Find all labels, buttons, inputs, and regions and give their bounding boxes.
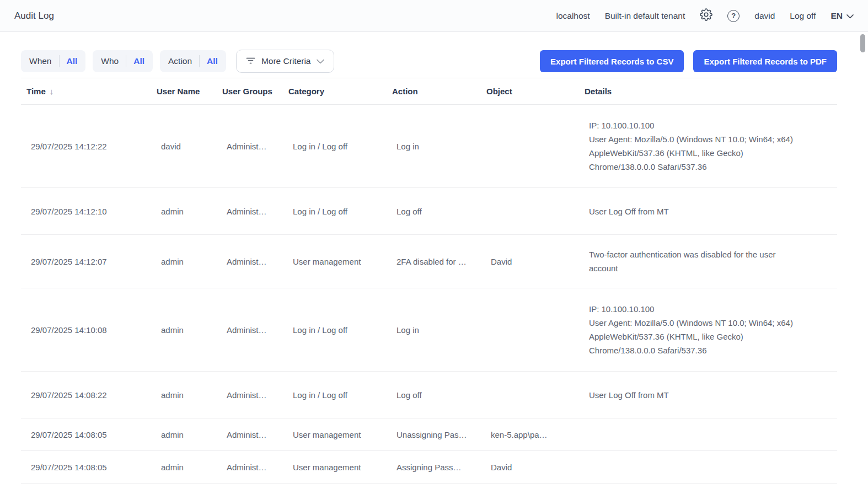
cell-time: 29/07/2025 14:08:05 <box>26 429 157 441</box>
chip-divider <box>126 55 126 67</box>
cell-details: User Log Off from MT <box>585 205 837 218</box>
cell-user-name: david <box>157 141 222 152</box>
filter-value[interactable]: All <box>67 56 78 66</box>
column-header-time[interactable]: Time ↓ <box>26 87 157 96</box>
cell-action: Assigning Pass… <box>392 461 486 473</box>
cell-time: 29/07/2025 14:10:08 <box>26 324 157 336</box>
cell-object: David <box>486 461 585 473</box>
cell-time: 29/07/2025 14:08:22 <box>26 389 157 401</box>
column-header-category[interactable]: Category <box>288 87 392 96</box>
chip-divider <box>199 55 200 67</box>
host-label: localhost <box>556 11 590 21</box>
export-pdf-button[interactable]: Export Filtered Records to PDF <box>693 50 837 72</box>
cell-time: 29/07/2025 14:12:10 <box>26 206 157 217</box>
cell-user-name: admin <box>157 256 222 267</box>
cell-user-groups: Administ… <box>222 461 288 473</box>
cell-category: Log in / Log off <box>288 389 392 401</box>
cell-user-name: admin <box>157 429 222 441</box>
log-off-button[interactable]: Log off <box>790 11 816 21</box>
cell-time: 29/07/2025 14:12:07 <box>26 256 157 267</box>
audit-log-table: Time ↓ User Name User Groups Category Ac… <box>21 78 837 484</box>
language-selector[interactable]: EN <box>831 11 854 21</box>
cell-action: Log off <box>392 389 486 401</box>
vertical-scrollbar-thumb[interactable] <box>860 34 865 52</box>
cell-user-groups: Administ… <box>222 141 288 152</box>
tenant-label: Built-in default tenant <box>605 11 685 21</box>
filter-toolbar: When All Who All Action All More Criteri… <box>21 50 837 73</box>
filter-label: Action <box>168 56 192 66</box>
sort-descending-icon[interactable]: ↓ <box>50 87 54 96</box>
cell-user-groups: Administ… <box>222 389 288 401</box>
gear-icon <box>700 8 712 23</box>
cell-object: ken-5.app\pa… <box>486 429 585 441</box>
column-header-details[interactable]: Details <box>585 87 837 96</box>
column-header-object[interactable]: Object <box>486 87 585 96</box>
chevron-down-icon <box>317 56 324 66</box>
filter-label: When <box>29 56 52 66</box>
cell-user-groups: Administ… <box>222 324 288 336</box>
filter-icon <box>246 56 255 67</box>
table-row[interactable]: 29/07/2025 14:12:10 admin Administ… Log … <box>21 188 837 235</box>
page-title: Audit Log <box>14 10 54 22</box>
chip-divider <box>59 55 60 67</box>
cell-action: Unassigning Pas… <box>392 429 486 441</box>
cell-category: Log in / Log off <box>288 141 392 152</box>
cell-action: Log in <box>392 324 486 336</box>
column-label: Time <box>26 87 46 96</box>
filter-chip-action[interactable]: Action All <box>160 50 226 72</box>
filter-chip-who[interactable]: Who All <box>93 50 153 72</box>
cell-user-name: admin <box>157 389 222 401</box>
cell-details: User Log Off from MT <box>585 388 837 402</box>
more-criteria-button[interactable]: More Criteria <box>236 50 335 73</box>
filter-value[interactable]: All <box>133 56 144 66</box>
export-csv-button[interactable]: Export Filtered Records to CSV <box>540 50 684 72</box>
table-row[interactable]: 29/07/2025 14:12:07 admin Administ… User… <box>21 235 837 288</box>
cell-action: Log in <box>392 141 486 152</box>
settings-button[interactable] <box>700 8 712 23</box>
column-header-user-groups[interactable]: User Groups <box>222 87 288 96</box>
cell-user-name: admin <box>157 461 222 473</box>
current-user[interactable]: david <box>754 11 775 21</box>
cell-category: User management <box>288 429 392 441</box>
cell-action: 2FA disabled for … <box>392 256 486 267</box>
table-row[interactable]: 29/07/2025 14:08:05 admin Administ… User… <box>21 418 837 451</box>
table-row[interactable]: 29/07/2025 14:12:22 david Administ… Log … <box>21 105 837 188</box>
cell-category: Log in / Log off <box>288 324 392 336</box>
cell-user-groups: Administ… <box>222 256 288 267</box>
table-row[interactable]: 29/07/2025 14:08:05 admin Administ… User… <box>21 451 837 484</box>
topbar-right: localhost Built-in default tenant ? davi… <box>556 8 854 23</box>
cell-details: IP: 10.100.10.100 User Agent: Mozilla/5.… <box>585 302 837 357</box>
more-criteria-label: More Criteria <box>261 56 311 66</box>
column-header-user-name[interactable]: User Name <box>157 87 222 96</box>
table-row[interactable]: 29/07/2025 14:10:08 admin Administ… Log … <box>21 288 837 372</box>
cell-category: Log in / Log off <box>288 206 392 217</box>
cell-user-groups: Administ… <box>222 206 288 217</box>
cell-time: 29/07/2025 14:08:05 <box>26 461 157 473</box>
table-header-row: Time ↓ User Name User Groups Category Ac… <box>21 78 837 105</box>
filter-label: Who <box>101 56 119 66</box>
cell-details: IP: 10.100.10.100 User Agent: Mozilla/5.… <box>585 119 837 174</box>
cell-object: David <box>486 256 585 267</box>
language-label: EN <box>831 11 843 21</box>
cell-user-name: admin <box>157 324 222 336</box>
filter-value[interactable]: All <box>207 56 218 66</box>
cell-user-groups: Administ… <box>222 429 288 441</box>
table-row[interactable]: 29/07/2025 14:08:22 admin Administ… Log … <box>21 372 837 418</box>
export-buttons: Export Filtered Records to CSV Export Fi… <box>540 50 837 72</box>
cell-time: 29/07/2025 14:12:22 <box>26 141 157 152</box>
cell-category: User management <box>288 461 392 473</box>
filter-chip-when[interactable]: When All <box>21 50 85 72</box>
topbar: Audit Log localhost Built-in default ten… <box>0 0 868 32</box>
cell-user-name: admin <box>157 206 222 217</box>
chevron-down-icon <box>846 11 854 21</box>
table-body: 29/07/2025 14:12:22 david Administ… Log … <box>21 105 837 484</box>
cell-category: User management <box>288 256 392 267</box>
cell-action: Log off <box>392 206 486 217</box>
cell-details: Two-factor authentication was disabled f… <box>585 248 837 275</box>
column-header-action[interactable]: Action <box>392 87 486 96</box>
help-icon: ? <box>727 10 740 22</box>
help-button[interactable]: ? <box>727 10 740 22</box>
